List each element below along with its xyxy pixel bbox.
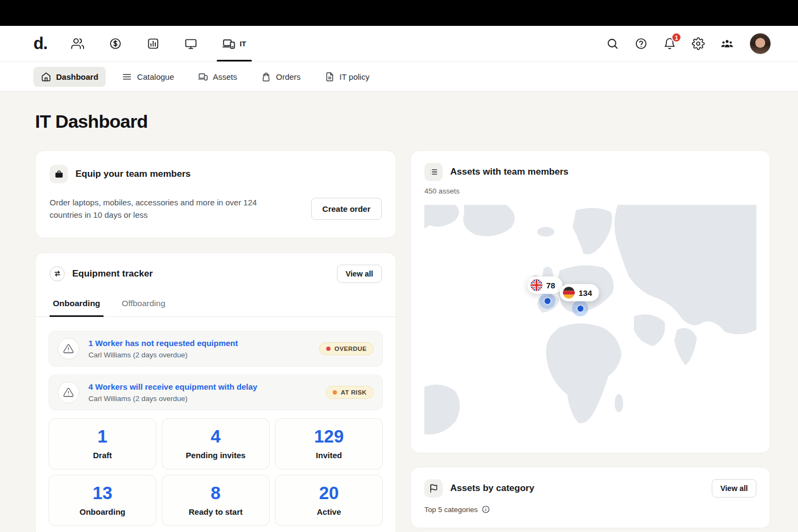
it-policy-doc-icon: [325, 72, 335, 82]
uk-flag-icon: [531, 279, 542, 291]
nav-people[interactable]: [70, 26, 85, 61]
create-order-button[interactable]: Create order: [311, 198, 382, 220]
help-icon: [635, 37, 648, 50]
world-map-svg: [424, 205, 756, 439]
system-bar: [0, 0, 798, 26]
stat-onboarding[interactable]: 13 Onboarding: [49, 475, 156, 526]
subnav-item-dashboard[interactable]: Dashboard: [33, 67, 106, 87]
subnav-label: Catalogue: [137, 72, 174, 81]
people-icon: [71, 37, 84, 50]
alert-row[interactable]: 1 Worker has not requested equipment Car…: [49, 331, 383, 367]
company-logo[interactable]: d.: [33, 26, 47, 61]
world-map: 78: [424, 205, 756, 439]
alert-subtitle: Carl Williams (2 days overdue): [88, 351, 238, 359]
dollar-circle-icon: [109, 37, 122, 50]
subnav-item-assets[interactable]: Assets: [190, 67, 245, 87]
team-switcher-button[interactable]: [720, 37, 734, 51]
assets-laptop-icon: [198, 72, 208, 82]
gear-icon: [692, 37, 705, 50]
tab-offboarding[interactable]: Offboarding: [121, 292, 167, 316]
tracker-card-title: Equipment tracker: [72, 268, 153, 279]
assets-map-card: Assets with team members 450 assets: [410, 150, 771, 453]
equip-card-title: Equip your team members: [75, 169, 191, 179]
germany-asset-marker[interactable]: 134: [560, 284, 599, 301]
monitor-icon: [184, 37, 197, 50]
nav-it[interactable]: IT: [221, 26, 247, 61]
stat-pending-invites[interactable]: 4 Pending invites: [162, 418, 270, 469]
tracker-tabs: Onboarding Offboarding: [36, 292, 396, 317]
subnav-label: Dashboard: [56, 72, 98, 81]
assets-category-title: Assets by category: [450, 483, 534, 494]
help-button[interactable]: [635, 37, 648, 50]
tab-onboarding[interactable]: Onboarding: [52, 292, 101, 316]
bar-chart-icon: [147, 37, 160, 50]
at-risk-dot: [333, 390, 337, 395]
app-header: d.: [0, 26, 798, 62]
assets-map-title: Assets with team members: [450, 167, 568, 177]
top-categories-label: Top 5 categories: [424, 506, 478, 514]
info-icon[interactable]: [481, 505, 490, 514]
alert-subtitle: Carl Williams (2 days overdue): [88, 395, 257, 403]
nav-payroll[interactable]: [108, 26, 123, 61]
search-button[interactable]: [606, 37, 619, 50]
it-subnav: Dashboard Catalogue Assets Orders: [0, 62, 798, 92]
transfer-arrows-icon: [50, 266, 65, 281]
uk-asset-marker[interactable]: 78: [527, 277, 562, 294]
uk-location-dot[interactable]: [539, 293, 555, 309]
catalogue-menu-icon: [122, 72, 132, 82]
subnav-item-catalogue[interactable]: Catalogue: [114, 67, 181, 87]
flag-icon: [424, 479, 443, 498]
alert-link[interactable]: 1 Worker has not requested equipment: [88, 338, 238, 348]
search-icon: [606, 37, 619, 50]
warning-triangle-icon: [58, 338, 79, 360]
tracker-view-all-button[interactable]: View all: [337, 265, 382, 283]
nav-it-label: IT: [240, 40, 246, 48]
orders-bag-icon: [261, 72, 271, 82]
page-title: IT Dashboard: [35, 111, 798, 132]
header-actions: 1: [606, 26, 771, 61]
subnav-item-orders[interactable]: Orders: [253, 67, 308, 87]
alert-link[interactable]: 4 Workers will receive equipment with de…: [88, 382, 257, 391]
germany-location-dot[interactable]: [572, 300, 588, 316]
assets-category-card: Assets by category View all Top 5 catego…: [410, 467, 771, 528]
settings-button[interactable]: [692, 37, 705, 50]
list-icon: [424, 163, 443, 181]
stat-active[interactable]: 20 Active: [275, 475, 383, 526]
header-nav: d.: [33, 26, 247, 61]
equipment-tracker-card: Equipment tracker View all Onboarding Of…: [35, 252, 396, 532]
home-icon: [41, 72, 51, 82]
overdue-dot: [326, 347, 331, 351]
alert-row[interactable]: 4 Workers will receive equipment with de…: [49, 375, 383, 410]
uk-asset-count: 78: [546, 281, 555, 290]
subnav-label: Assets: [213, 72, 237, 81]
stat-draft[interactable]: 1 Draft: [49, 418, 156, 469]
warning-triangle-icon: [58, 382, 79, 403]
status-badge-at-risk: AT RISK: [326, 386, 374, 399]
stat-invited[interactable]: 129 Invited: [275, 418, 383, 469]
status-badge-overdue: OVERDUE: [319, 342, 374, 355]
laptop-phone-icon: [222, 37, 236, 51]
subnav-label: IT policy: [340, 72, 370, 81]
subnav-item-it-policy[interactable]: IT policy: [317, 67, 377, 87]
stat-ready-to-start[interactable]: 8 Ready to start: [162, 475, 270, 526]
notification-count-badge: 1: [671, 32, 682, 43]
nav-apps[interactable]: [183, 26, 198, 61]
germany-asset-count: 134: [579, 288, 592, 298]
main-content: IT Dashboard Equip your team members Ord…: [0, 92, 798, 532]
briefcase-icon: [50, 165, 68, 183]
assets-count: 450 assets: [424, 187, 756, 195]
user-avatar[interactable]: [749, 33, 771, 54]
nav-analytics[interactable]: [146, 26, 161, 61]
equip-team-card: Equip your team members Order laptops, m…: [35, 150, 396, 238]
tracker-stats-grid: 1 Draft 4 Pending invites 129 Invited 13…: [36, 410, 396, 527]
team-icon: [720, 37, 734, 51]
notifications-button[interactable]: 1: [663, 37, 676, 50]
subnav-label: Orders: [276, 72, 301, 81]
equip-card-description: Order laptops, mobiles, accessories and …: [50, 196, 287, 222]
category-view-all-button[interactable]: View all: [712, 479, 756, 498]
tracker-alerts: 1 Worker has not requested equipment Car…: [36, 317, 396, 410]
germany-flag-icon: [563, 287, 575, 299]
